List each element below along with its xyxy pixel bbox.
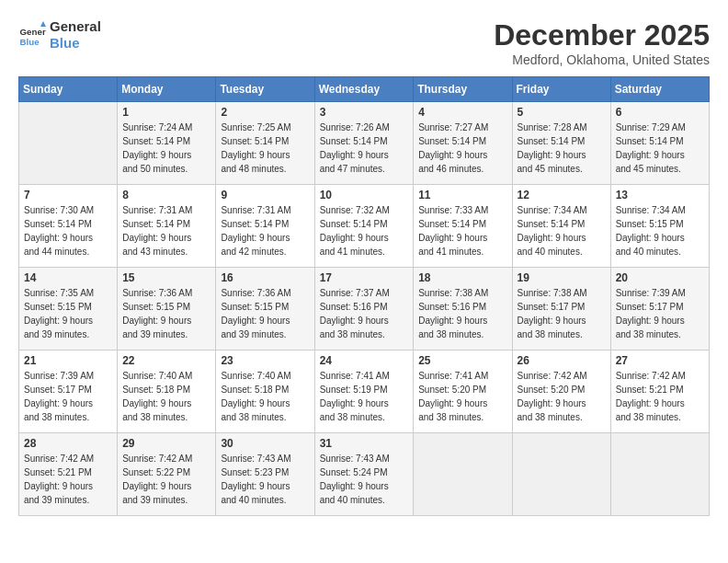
calendar-cell: 12Sunrise: 7:34 AM Sunset: 5:14 PM Dayli…	[512, 185, 610, 268]
col-header-sunday: Sunday	[19, 77, 118, 102]
day-info: Sunrise: 7:27 AM Sunset: 5:14 PM Dayligh…	[418, 121, 506, 176]
day-info: Sunrise: 7:31 AM Sunset: 5:14 PM Dayligh…	[221, 203, 309, 259]
day-info: Sunrise: 7:30 AM Sunset: 5:14 PM Dayligh…	[24, 203, 112, 259]
calendar-header-row: SundayMondayTuesdayWednesdayThursdayFrid…	[19, 77, 710, 102]
day-info: Sunrise: 7:33 AM Sunset: 5:14 PM Dayligh…	[418, 203, 506, 259]
day-number: 17	[320, 271, 409, 284]
calendar-cell: 3Sunrise: 7:26 AM Sunset: 5:14 PM Daylig…	[314, 102, 414, 185]
day-info: Sunrise: 7:35 AM Sunset: 5:15 PM Dayligh…	[24, 286, 112, 341]
calendar-cell	[414, 433, 512, 516]
col-header-monday: Monday	[118, 77, 216, 102]
col-header-tuesday: Tuesday	[216, 77, 314, 102]
day-number: 16	[221, 271, 309, 284]
calendar-cell: 22Sunrise: 7:40 AM Sunset: 5:18 PM Dayli…	[118, 350, 216, 433]
day-number: 2	[221, 106, 309, 119]
day-info: Sunrise: 7:26 AM Sunset: 5:14 PM Dayligh…	[320, 121, 409, 176]
day-number: 9	[221, 189, 309, 201]
day-info: Sunrise: 7:34 AM Sunset: 5:14 PM Dayligh…	[518, 203, 606, 259]
day-info: Sunrise: 7:39 AM Sunset: 5:17 PM Dayligh…	[24, 369, 112, 424]
day-info: Sunrise: 7:29 AM Sunset: 5:14 PM Dayligh…	[616, 121, 704, 176]
day-info: Sunrise: 7:43 AM Sunset: 5:23 PM Dayligh…	[221, 452, 309, 507]
day-info: Sunrise: 7:36 AM Sunset: 5:15 PM Dayligh…	[122, 286, 210, 341]
logo-text-line2: Blue	[50, 35, 101, 52]
calendar-cell: 2Sunrise: 7:25 AM Sunset: 5:14 PM Daylig…	[216, 102, 314, 185]
calendar-cell: 9Sunrise: 7:31 AM Sunset: 5:14 PM Daylig…	[216, 185, 314, 268]
day-info: Sunrise: 7:42 AM Sunset: 5:20 PM Dayligh…	[518, 369, 606, 424]
day-info: Sunrise: 7:41 AM Sunset: 5:20 PM Dayligh…	[418, 369, 506, 424]
day-number: 27	[616, 354, 704, 367]
calendar-cell: 30Sunrise: 7:43 AM Sunset: 5:23 PM Dayli…	[216, 433, 314, 516]
calendar-cell: 27Sunrise: 7:42 AM Sunset: 5:21 PM Dayli…	[610, 350, 709, 433]
calendar-cell: 4Sunrise: 7:27 AM Sunset: 5:14 PM Daylig…	[414, 102, 512, 185]
day-number: 10	[320, 189, 409, 201]
day-info: Sunrise: 7:31 AM Sunset: 5:14 PM Dayligh…	[122, 203, 210, 259]
day-number: 28	[24, 437, 112, 450]
month-title: December 2025	[494, 18, 710, 52]
calendar-cell: 5Sunrise: 7:28 AM Sunset: 5:14 PM Daylig…	[512, 102, 610, 185]
day-number: 30	[221, 437, 309, 450]
logo-icon: General Blue	[18, 21, 46, 49]
col-header-thursday: Thursday	[414, 77, 512, 102]
calendar-week-4: 21Sunrise: 7:39 AM Sunset: 5:17 PM Dayli…	[19, 350, 710, 433]
day-number: 18	[418, 271, 506, 284]
calendar-cell: 29Sunrise: 7:42 AM Sunset: 5:22 PM Dayli…	[118, 433, 216, 516]
day-info: Sunrise: 7:38 AM Sunset: 5:16 PM Dayligh…	[418, 286, 506, 341]
calendar-cell	[512, 433, 610, 516]
day-info: Sunrise: 7:34 AM Sunset: 5:15 PM Dayligh…	[616, 203, 704, 259]
day-number: 6	[616, 106, 704, 119]
calendar-cell: 15Sunrise: 7:36 AM Sunset: 5:15 PM Dayli…	[118, 268, 216, 350]
calendar-cell: 6Sunrise: 7:29 AM Sunset: 5:14 PM Daylig…	[610, 102, 709, 185]
calendar-week-1: 1Sunrise: 7:24 AM Sunset: 5:14 PM Daylig…	[19, 102, 710, 185]
day-number: 29	[122, 437, 210, 450]
calendar-cell: 11Sunrise: 7:33 AM Sunset: 5:14 PM Dayli…	[414, 185, 512, 268]
calendar-cell: 16Sunrise: 7:36 AM Sunset: 5:15 PM Dayli…	[216, 268, 314, 350]
calendar-cell: 18Sunrise: 7:38 AM Sunset: 5:16 PM Dayli…	[414, 268, 512, 350]
col-header-wednesday: Wednesday	[314, 77, 414, 102]
day-number: 5	[518, 106, 606, 119]
title-block: December 2025 Medford, Oklahoma, United …	[494, 18, 710, 67]
day-number: 8	[122, 189, 210, 201]
calendar-cell: 14Sunrise: 7:35 AM Sunset: 5:15 PM Dayli…	[19, 268, 118, 350]
day-number: 21	[24, 354, 112, 367]
calendar-cell: 1Sunrise: 7:24 AM Sunset: 5:14 PM Daylig…	[118, 102, 216, 185]
page-header: General Blue General Blue December 2025 …	[18, 18, 710, 67]
day-info: Sunrise: 7:43 AM Sunset: 5:24 PM Dayligh…	[320, 452, 409, 507]
calendar-week-2: 7Sunrise: 7:30 AM Sunset: 5:14 PM Daylig…	[19, 185, 710, 268]
day-info: Sunrise: 7:39 AM Sunset: 5:17 PM Dayligh…	[616, 286, 704, 341]
calendar-cell: 13Sunrise: 7:34 AM Sunset: 5:15 PM Dayli…	[610, 185, 709, 268]
day-info: Sunrise: 7:40 AM Sunset: 5:18 PM Dayligh…	[122, 369, 210, 424]
svg-text:Blue: Blue	[20, 37, 40, 47]
day-number: 4	[418, 106, 506, 119]
day-number: 1	[122, 106, 210, 119]
calendar-table: SundayMondayTuesdayWednesdayThursdayFrid…	[18, 76, 710, 516]
day-number: 15	[122, 271, 210, 284]
calendar-cell: 25Sunrise: 7:41 AM Sunset: 5:20 PM Dayli…	[414, 350, 512, 433]
day-number: 11	[418, 189, 506, 201]
calendar-cell	[610, 433, 709, 516]
day-number: 13	[616, 189, 704, 201]
calendar-cell: 10Sunrise: 7:32 AM Sunset: 5:14 PM Dayli…	[314, 185, 414, 268]
svg-text:General: General	[20, 27, 47, 37]
calendar-cell: 26Sunrise: 7:42 AM Sunset: 5:20 PM Dayli…	[512, 350, 610, 433]
calendar-cell: 23Sunrise: 7:40 AM Sunset: 5:18 PM Dayli…	[216, 350, 314, 433]
col-header-saturday: Saturday	[610, 77, 709, 102]
day-number: 31	[320, 437, 409, 450]
calendar-cell: 28Sunrise: 7:42 AM Sunset: 5:21 PM Dayli…	[19, 433, 118, 516]
day-number: 14	[24, 271, 112, 284]
day-info: Sunrise: 7:36 AM Sunset: 5:15 PM Dayligh…	[221, 286, 309, 341]
day-number: 7	[24, 189, 112, 201]
day-number: 22	[122, 354, 210, 367]
day-number: 23	[221, 354, 309, 367]
day-number: 3	[320, 106, 409, 119]
day-number: 19	[518, 271, 606, 284]
day-info: Sunrise: 7:24 AM Sunset: 5:14 PM Dayligh…	[122, 121, 210, 176]
day-info: Sunrise: 7:42 AM Sunset: 5:22 PM Dayligh…	[122, 452, 210, 507]
day-number: 12	[518, 189, 606, 201]
day-info: Sunrise: 7:41 AM Sunset: 5:19 PM Dayligh…	[320, 369, 409, 424]
calendar-cell: 31Sunrise: 7:43 AM Sunset: 5:24 PM Dayli…	[314, 433, 414, 516]
calendar-cell: 20Sunrise: 7:39 AM Sunset: 5:17 PM Dayli…	[610, 268, 709, 350]
day-info: Sunrise: 7:25 AM Sunset: 5:14 PM Dayligh…	[221, 121, 309, 176]
day-info: Sunrise: 7:28 AM Sunset: 5:14 PM Dayligh…	[518, 121, 606, 176]
day-info: Sunrise: 7:38 AM Sunset: 5:17 PM Dayligh…	[518, 286, 606, 341]
day-info: Sunrise: 7:42 AM Sunset: 5:21 PM Dayligh…	[616, 369, 704, 424]
